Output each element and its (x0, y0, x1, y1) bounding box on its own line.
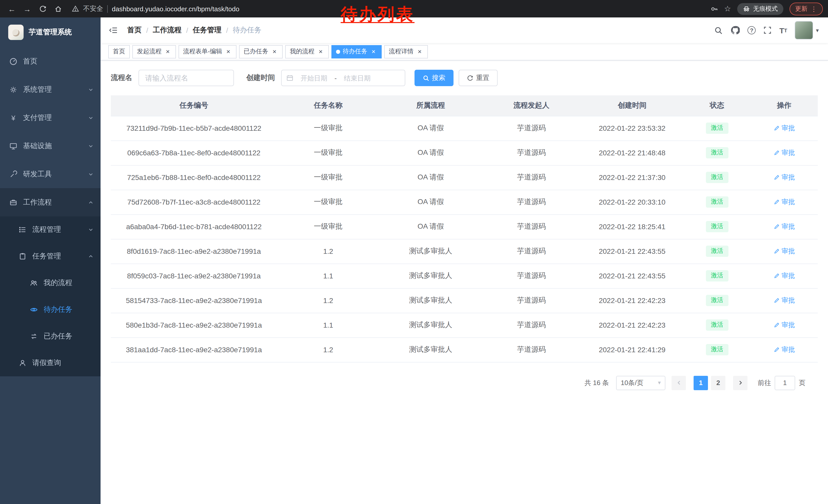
browser-reload-icon[interactable] (36, 2, 49, 15)
list-icon (18, 226, 27, 234)
tab-close-icon[interactable]: × (225, 48, 232, 55)
sidebar-item-label: 首页 (23, 57, 93, 66)
sidebar-item-task-mgmt[interactable]: 任务管理 (0, 243, 100, 270)
sidebar-item-payment-mgmt[interactable]: ¥ 支付管理 (0, 103, 100, 132)
tab-close-icon[interactable]: × (271, 48, 278, 55)
status-badge: 激活 (706, 270, 728, 281)
eye-icon (30, 306, 38, 314)
monitor-icon (9, 142, 17, 150)
tab-close-icon[interactable]: × (317, 48, 324, 55)
table-body: 73211d9d-7b9b-11ec-b5b7-acde48001122一级审批… (111, 116, 818, 362)
tab-label: 我的流程 (290, 47, 315, 56)
app-shell: 芋道管理系统 首页 系统管理 ¥ 支付管理 (0, 17, 828, 504)
cell-starter: 芋道源码 (482, 264, 581, 288)
sidebar-item-infrastructure[interactable]: 基础设施 (0, 132, 100, 160)
breadcrumb-current: 待办任务 (233, 26, 261, 35)
date-range-separator: - (334, 74, 337, 82)
update-button[interactable]: 更新 ⋮ (790, 2, 823, 15)
cell-task-name: 一级审批 (277, 214, 380, 239)
cell-task-id: 73211d9d-7b9b-11ec-b5b7-acde48001122 (111, 116, 277, 140)
address-bar[interactable]: 不安全 dashboard.yudao.iocoder.cn/bpm/task/… (72, 4, 239, 13)
reset-button[interactable]: 重置 (459, 70, 498, 86)
sidebar-item-system-mgmt[interactable]: 系统管理 (0, 75, 100, 103)
approve-link[interactable]: 审批 (773, 320, 795, 330)
password-key-icon[interactable] (710, 5, 718, 12)
incognito-badge: 无痕模式 (737, 3, 783, 15)
column-header: 状态 (683, 95, 750, 116)
page-button-2[interactable]: 2 (711, 375, 726, 390)
approve-link[interactable]: 审批 (773, 124, 795, 133)
approve-link[interactable]: 审批 (773, 345, 795, 354)
browser-home-icon[interactable] (51, 2, 65, 15)
tab-label: 流程详情 (389, 47, 413, 56)
sidebar-item-home[interactable]: 首页 (0, 47, 100, 75)
sidebar-item-dev-tools[interactable]: 研发工具 (0, 160, 100, 188)
end-date-input[interactable] (340, 74, 375, 82)
approve-link[interactable]: 审批 (773, 173, 795, 182)
approve-label: 审批 (782, 148, 795, 157)
sidebar-item-process-mgmt[interactable]: 流程管理 (0, 216, 100, 243)
font-size-icon[interactable]: TT (779, 26, 787, 35)
breadcrumb: 首页 / 工作流程 / 任务管理 / 待办任务 (127, 26, 261, 35)
next-page-button[interactable] (733, 375, 747, 390)
cell-action: 审批 (750, 337, 818, 362)
tab-2[interactable]: 流程表单-编辑× (178, 45, 237, 58)
bookmark-star-icon[interactable]: ☆ (724, 4, 731, 13)
tab-3[interactable]: 已办任务× (239, 45, 283, 58)
tab-5[interactable]: 待办任务× (331, 45, 382, 58)
tab-bar: 首页发起流程×流程表单-编辑×已办任务×我的流程×待办任务×流程详情× (100, 43, 828, 60)
tab-0[interactable]: 首页 (108, 45, 130, 58)
caret-down-icon: ▾ (816, 27, 819, 34)
breadcrumb-workflow[interactable]: 工作流程 (153, 26, 181, 35)
tab-label: 已办任务 (244, 47, 268, 56)
github-icon[interactable] (731, 26, 740, 35)
goto-page-input[interactable] (775, 375, 795, 390)
sidebar-item-done-tasks[interactable]: 已办任务 (0, 323, 100, 350)
logo-row[interactable]: 芋道管理系统 (0, 17, 100, 47)
tab-label: 流程表单-编辑 (183, 47, 222, 56)
browser-menu-dots-icon[interactable]: ⋮ (811, 5, 817, 12)
process-name-input[interactable] (138, 70, 234, 86)
sidebar-item-workflow[interactable]: 工作流程 (0, 188, 100, 216)
main-area: 首页 / 工作流程 / 任务管理 / 待办任务 ? (100, 17, 828, 504)
cell-starter: 芋道源码 (482, 214, 581, 239)
browser-forward-icon[interactable]: → (20, 2, 34, 15)
page-button-1[interactable]: 1 (694, 375, 708, 390)
column-header: 任务编号 (111, 95, 277, 116)
approve-label: 审批 (782, 296, 795, 305)
page-suffix: 页 (799, 378, 805, 387)
help-icon[interactable]: ? (747, 26, 756, 34)
approve-link[interactable]: 审批 (773, 222, 795, 231)
sidebar-toggle-button[interactable] (100, 17, 126, 43)
user-menu[interactable]: ▾ (795, 21, 819, 40)
approve-link[interactable]: 审批 (773, 296, 795, 305)
page-size-select[interactable]: 10条/页 ▾ (616, 375, 665, 390)
fullscreen-icon[interactable] (763, 26, 772, 34)
cell-starter: 芋道源码 (482, 190, 581, 214)
cell-task-id: 8f059c03-7ac8-11ec-a9e2-a2380e71991a (111, 264, 277, 288)
search-button[interactable]: 搜索 (415, 70, 454, 86)
breadcrumb-home[interactable]: 首页 (127, 26, 141, 35)
start-date-input[interactable] (296, 74, 331, 82)
tab-4[interactable]: 我的流程× (285, 45, 329, 58)
browser-back-icon[interactable]: ← (5, 2, 18, 15)
sidebar-item-todo-tasks[interactable]: 待办任务 (0, 296, 100, 323)
cell-task-id: 725a1eb6-7b88-11ec-8ef0-acde48001122 (111, 165, 277, 190)
approve-link[interactable]: 审批 (773, 271, 795, 280)
cell-status: 激活 (683, 140, 750, 165)
sidebar: 芋道管理系统 首页 系统管理 ¥ 支付管理 (0, 17, 100, 504)
breadcrumb-task-mgmt[interactable]: 任务管理 (193, 26, 222, 35)
sidebar-item-my-process[interactable]: 我的流程 (0, 270, 100, 296)
tab-close-icon[interactable]: × (164, 48, 171, 55)
tab-close-icon[interactable]: × (370, 48, 377, 55)
prev-page-button[interactable] (671, 375, 686, 390)
search-icon[interactable] (714, 26, 723, 35)
approve-link[interactable]: 审批 (773, 197, 795, 207)
tab-6[interactable]: 流程详情× (384, 45, 428, 58)
approve-link[interactable]: 审批 (773, 246, 795, 256)
sidebar-item-leave-query[interactable]: 请假查询 (0, 350, 100, 376)
tab-1[interactable]: 发起流程× (132, 45, 176, 58)
date-range-picker[interactable]: - (281, 70, 405, 86)
tab-close-icon[interactable]: × (416, 48, 423, 55)
approve-link[interactable]: 审批 (773, 148, 795, 157)
